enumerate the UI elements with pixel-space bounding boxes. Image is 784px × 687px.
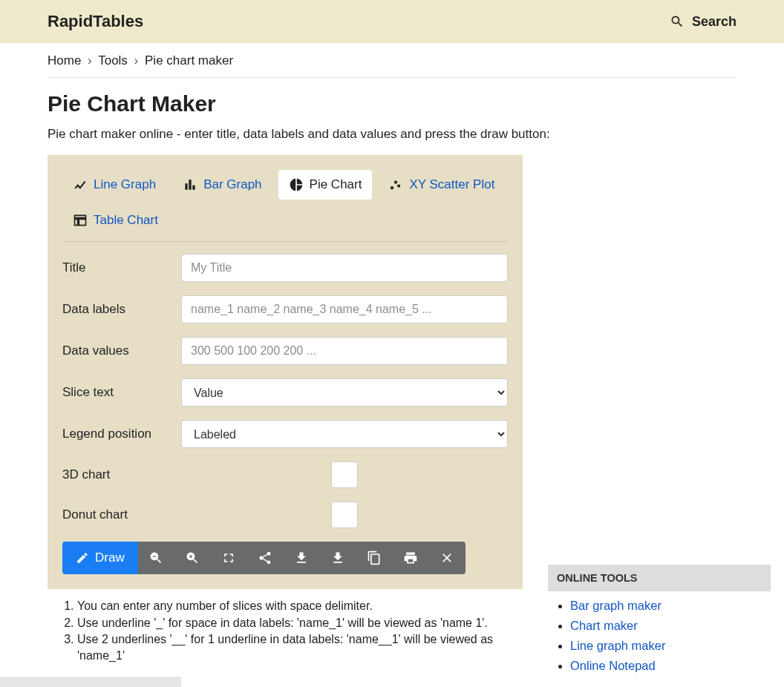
- tab-line-graph[interactable]: Line Graph: [62, 170, 166, 200]
- zoom-in-icon: [185, 550, 200, 565]
- breadcrumb-tools[interactable]: Tools: [98, 53, 128, 68]
- tab-label: Table Chart: [94, 213, 158, 228]
- bottom-stub: [0, 677, 181, 679]
- note-item: You can enter any number of slices with …: [77, 598, 523, 614]
- edit-icon: [76, 551, 89, 565]
- zoom-out-button[interactable]: [138, 542, 174, 574]
- sidebar-link-chart-maker[interactable]: Chart maker: [570, 619, 638, 632]
- online-tools-heading: ONLINE TOOLS: [548, 565, 771, 591]
- download-icon: [294, 550, 309, 565]
- line-chart-icon: [73, 177, 88, 192]
- sidebar-link-notepad[interactable]: Online Notepad: [570, 659, 656, 672]
- share-icon: [258, 550, 272, 565]
- bar-chart-icon: [183, 177, 197, 192]
- tab-table-chart[interactable]: Table Chart: [62, 206, 169, 235]
- tab-label: Pie Chart: [310, 177, 362, 192]
- download-alt-button[interactable]: [320, 542, 356, 574]
- svg-point-0: [391, 186, 393, 189]
- pie-chart-icon: [289, 177, 304, 192]
- chart-panel: Line Graph Bar Graph Pie Chart XY Scatte…: [48, 155, 523, 589]
- download-alt-icon: [330, 550, 345, 565]
- breadcrumb-current: Pie chart maker: [145, 53, 233, 68]
- note-item: Use 2 underlines '__' for 1 underline in…: [77, 631, 523, 663]
- 3d-chart-label: 3D chart: [62, 467, 166, 482]
- data-values-input[interactable]: [181, 337, 508, 365]
- slice-text-select[interactable]: Value: [181, 378, 508, 407]
- breadcrumb: Home › Tools › Pie chart maker: [48, 43, 736, 78]
- action-bar: Draw: [62, 542, 508, 574]
- notes-list: You can enter any number of slices with …: [48, 598, 523, 663]
- tab-label: Line Graph: [94, 177, 156, 192]
- chart-type-tabs: Line Graph Bar Graph Pie Chart XY Scatte…: [62, 170, 508, 242]
- data-values-label: Data values: [62, 344, 166, 358]
- close-button[interactable]: [429, 542, 466, 574]
- print-button[interactable]: [393, 542, 429, 574]
- svg-point-1: [394, 181, 397, 184]
- zoom-in-button[interactable]: [174, 542, 211, 574]
- breadcrumb-home[interactable]: Home: [48, 53, 81, 68]
- search-button[interactable]: Search: [670, 14, 736, 30]
- search-icon: [670, 14, 685, 29]
- close-icon: [440, 550, 454, 565]
- draw-label: Draw: [95, 550, 125, 565]
- title-label: Title: [62, 260, 166, 275]
- download-button[interactable]: [284, 542, 320, 574]
- sidebar-link-bar-graph[interactable]: Bar graph maker: [570, 599, 662, 612]
- print-icon: [403, 550, 418, 565]
- tab-xy-scatter[interactable]: XY Scatter Plot: [378, 170, 505, 200]
- legend-position-label: Legend position: [62, 427, 166, 441]
- site-logo[interactable]: RapidTables: [48, 12, 143, 31]
- 3d-chart-checkbox[interactable]: [331, 461, 358, 488]
- tab-pie-chart[interactable]: Pie Chart: [278, 170, 373, 200]
- share-button[interactable]: [247, 542, 284, 574]
- fullscreen-icon: [221, 550, 236, 565]
- tab-label: XY Scatter Plot: [409, 177, 494, 192]
- copy-button[interactable]: [356, 542, 393, 574]
- data-labels-input[interactable]: [181, 295, 508, 323]
- sidebar-link-line-graph[interactable]: Line graph maker: [570, 639, 665, 652]
- draw-button[interactable]: Draw: [62, 542, 138, 574]
- zoom-out-icon: [148, 550, 163, 565]
- intro-text: Pie chart maker online - enter title, da…: [48, 127, 736, 142]
- tab-label: Bar Graph: [203, 177, 261, 192]
- slice-text-label: Slice text: [62, 385, 166, 400]
- search-label: Search: [692, 14, 736, 30]
- data-labels-label: Data labels: [62, 302, 166, 317]
- note-item: Use underline '_' for space in data labe…: [77, 615, 523, 631]
- scatter-icon: [388, 177, 403, 192]
- page-title: Pie Chart Maker: [48, 91, 736, 116]
- table-icon: [73, 213, 88, 228]
- fullscreen-button[interactable]: [211, 542, 247, 574]
- online-tools-box: ONLINE TOOLS Bar graph maker Chart maker…: [548, 565, 771, 673]
- legend-position-select[interactable]: Labeled: [181, 420, 508, 448]
- tab-bar-graph[interactable]: Bar Graph: [172, 170, 272, 200]
- svg-point-2: [398, 185, 401, 188]
- title-input[interactable]: [181, 254, 508, 282]
- donut-chart-checkbox[interactable]: [331, 502, 358, 528]
- donut-chart-label: Donut chart: [62, 507, 166, 522]
- copy-icon: [367, 550, 382, 565]
